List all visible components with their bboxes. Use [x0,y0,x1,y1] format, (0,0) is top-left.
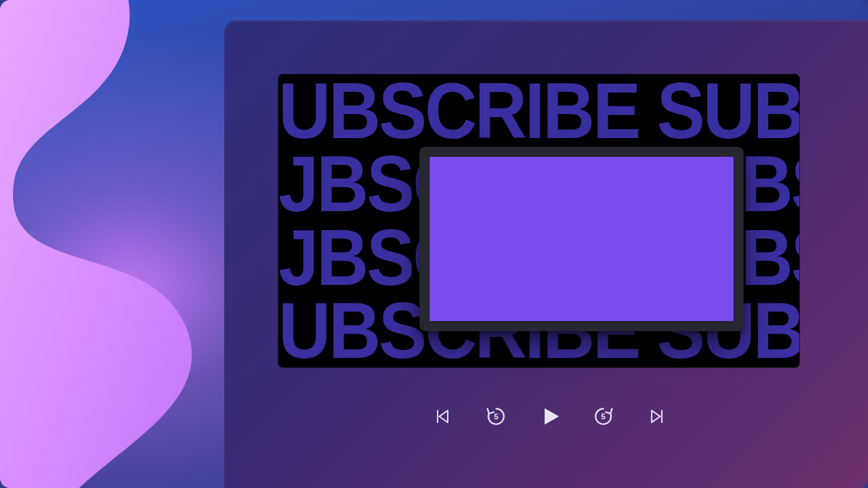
player-panel: UBSCRIBE SUBSCRIB JBSCRIBE SUBSCRIB JBSC… [224,20,868,488]
play-icon [537,404,562,429]
playback-controls: 5 5 [224,403,868,429]
svg-marker-5 [652,411,660,422]
preview-card [420,147,744,331]
rewind-button[interactable]: 5 [483,403,509,429]
skip-forward-icon [647,406,667,427]
svg-marker-1 [439,411,448,422]
skip-back-icon [433,406,453,427]
forward-5-icon: 5 [592,405,615,428]
svg-text:5: 5 [494,412,498,421]
play-button[interactable] [537,403,563,429]
skip-forward-button[interactable] [644,403,670,429]
rewind-5-icon: 5 [485,405,508,428]
svg-marker-3 [545,408,559,425]
subscribe-row: UBSCRIBE SUBSCRIB [278,74,799,149]
skip-back-button[interactable] [430,403,456,429]
forward-button[interactable]: 5 [590,403,616,429]
svg-text:5: 5 [601,412,605,421]
